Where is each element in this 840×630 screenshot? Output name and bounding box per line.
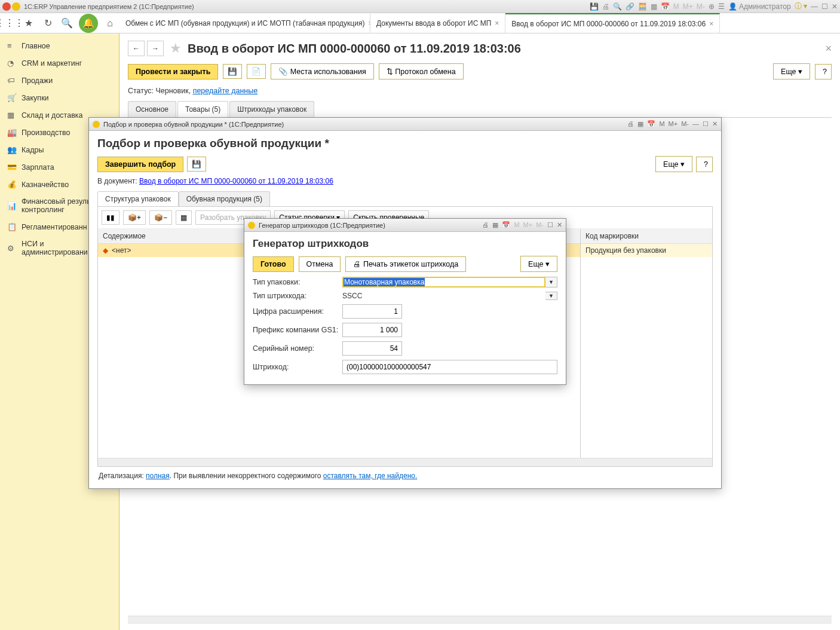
tab-close-icon[interactable]: × — [495, 19, 499, 27]
close-icon[interactable]: ✕ — [712, 120, 718, 128]
tab-current[interactable]: Ввод в оборот ИС МП 0000-000060 от 11.09… — [505, 13, 720, 33]
star-icon[interactable]: ★ — [19, 14, 38, 33]
tab-exchange[interactable]: Обмен с ИС МП (обувная продукция) и ИС М… — [119, 13, 370, 33]
pack-type-select[interactable]: Монотоварная упаковка — [342, 277, 545, 288]
grid-cell: Продукция без упаковки — [585, 246, 666, 255]
save-icon[interactable]: 💾 — [590, 2, 599, 11]
barcode-input[interactable] — [342, 360, 557, 374]
gear-icon: ⚙ — [7, 244, 17, 253]
print-icon[interactable]: 🖨 — [627, 120, 634, 128]
calendar-icon[interactable]: 📅 — [647, 120, 655, 128]
app-logo — [2, 2, 20, 11]
post-close-button[interactable]: Провести и закрыть — [128, 64, 218, 79]
usage-button[interactable]: 📎 Места использования — [271, 63, 373, 79]
ext-digit-input[interactable] — [342, 304, 402, 319]
m-minus-icon[interactable]: M- — [536, 221, 544, 229]
exchange-log-button[interactable]: ⇅ Протокол обмена — [379, 63, 464, 79]
status-link[interactable]: передайте данные — [193, 87, 258, 95]
picking-more-button[interactable]: Еще ▾ — [655, 156, 692, 172]
m-plus-icon[interactable]: M+ — [669, 120, 678, 128]
minimize-icon[interactable]: — — [811, 2, 818, 11]
generator-more-button[interactable]: Еще ▾ — [520, 256, 557, 272]
barcode-generator-window: Генератор штрихкодов (1С:Предприятие) 🖨 … — [244, 218, 566, 385]
cancel-button[interactable]: Отмена — [299, 256, 341, 272]
sidebar-item-main[interactable]: ≡Главное — [0, 37, 119, 54]
close-icon[interactable]: ✕ — [832, 2, 838, 11]
serial-input[interactable] — [342, 341, 402, 356]
content-scrollbar[interactable] — [128, 616, 832, 624]
info-icon[interactable]: ⓘ ▾ — [795, 1, 807, 11]
m-icon[interactable]: M — [673, 2, 679, 11]
maximize-icon[interactable]: ☐ — [547, 221, 553, 229]
gs1-prefix-input[interactable] — [342, 323, 402, 337]
m-icon[interactable]: M — [659, 120, 664, 128]
sidebar-item-sales[interactable]: 🏷Продажи — [0, 72, 119, 89]
tab-close-icon[interactable]: × — [709, 20, 713, 28]
dropdown-icon[interactable]: ▼ — [545, 292, 557, 300]
favorite-star-icon[interactable]: ★ — [170, 41, 182, 56]
picking-tab-structure[interactable]: Структура упаковок — [97, 191, 179, 206]
m-minus-icon[interactable]: M- — [681, 120, 689, 128]
table-icon[interactable]: ▦ — [637, 120, 643, 128]
remove-box-button[interactable]: 📦− — [149, 210, 172, 225]
history-icon[interactable]: ↻ — [38, 14, 57, 33]
picking-scrollbar[interactable] — [98, 458, 712, 466]
dropdown-icon[interactable]: ▼ — [545, 277, 557, 288]
table-icon[interactable]: ▦ — [492, 221, 498, 229]
m-minus-icon[interactable]: M- — [697, 2, 705, 11]
save-picking-button[interactable]: 💾 — [187, 157, 206, 172]
zoom-icon[interactable]: ⊕ — [709, 2, 715, 11]
m-plus-icon[interactable]: M+ — [523, 221, 533, 229]
detail-keep-link[interactable]: оставлять там, где найдено. — [323, 472, 418, 480]
grid-row-unpacked[interactable]: Продукция без упаковки — [581, 244, 712, 257]
save-button[interactable]: 💾 — [223, 64, 242, 79]
minimize-icon[interactable]: — — [692, 120, 699, 128]
doc-tab-goods[interactable]: Товары (5) — [177, 101, 228, 117]
sidebar-item-purchase[interactable]: 🛒Закупки — [0, 89, 119, 106]
money-icon: 💰 — [7, 180, 17, 189]
calendar-icon[interactable]: 📅 — [661, 2, 670, 11]
tab-docs[interactable]: Документы ввода в оборот ИС МП× — [370, 13, 505, 33]
post-button[interactable]: 📄 — [247, 64, 266, 79]
calendar-icon[interactable]: 📅 — [502, 221, 510, 229]
bc-type-select[interactable]: SSCC — [342, 292, 545, 300]
search-toolbar-icon[interactable]: 🔍 — [57, 14, 76, 33]
doc-tab-main[interactable]: Основное — [128, 101, 176, 117]
notifications-icon[interactable]: 🔔 — [79, 14, 98, 33]
sidebar-item-crm[interactable]: ◔CRM и маркетинг — [0, 54, 119, 72]
grid-button[interactable]: ▦ — [176, 210, 192, 225]
picking-titlebar[interactable]: Подбор и проверка обувной продукции * (1… — [89, 118, 721, 131]
user-label[interactable]: 👤 Администратор — [728, 2, 791, 11]
link-icon[interactable]: 🔗 — [626, 2, 634, 11]
barcode-scan-button[interactable]: ▮▮ — [102, 210, 119, 225]
m-plus-icon[interactable]: M+ — [683, 2, 693, 11]
print-labels-button[interactable]: 🖨 Печать этикеток штрихкода — [345, 256, 466, 272]
close-icon[interactable]: ✕ — [557, 221, 562, 229]
done-button[interactable]: Готово — [253, 256, 294, 272]
detail-full-link[interactable]: полная — [146, 472, 170, 480]
people-icon: 👥 — [7, 145, 17, 154]
picking-help-button[interactable]: ? — [696, 157, 713, 172]
m-icon[interactable]: M — [514, 221, 519, 229]
list-icon[interactable]: ☰ — [718, 2, 725, 11]
help-button[interactable]: ? — [815, 64, 832, 79]
table-icon[interactable]: ▦ — [651, 2, 657, 11]
search-icon[interactable]: 🔍 — [613, 2, 622, 11]
home-icon[interactable]: ⌂ — [100, 14, 119, 33]
print-icon[interactable]: 🖨 — [602, 2, 609, 11]
maximize-icon[interactable]: ☐ — [821, 2, 828, 11]
print-icon[interactable]: 🖨 — [482, 221, 489, 229]
nav-forward-button[interactable]: → — [147, 41, 164, 56]
generator-titlebar[interactable]: Генератор штрихкодов (1С:Предприятие) 🖨 … — [244, 219, 566, 232]
maximize-icon[interactable]: ☐ — [703, 120, 709, 128]
nav-back-button[interactable]: ← — [128, 41, 145, 56]
apps-icon[interactable]: ⋮⋮⋮ — [0, 14, 19, 33]
more-button[interactable]: Еще ▾ — [773, 63, 810, 79]
doc-tab-barcodes[interactable]: Штрихкоды упаковок — [229, 101, 314, 117]
page-close-icon[interactable]: × — [825, 42, 832, 55]
add-box-button[interactable]: 📦+ — [123, 210, 146, 225]
calc-icon[interactable]: 🧮 — [638, 2, 647, 11]
picking-tab-shoes[interactable]: Обувная продукция (5) — [179, 191, 270, 206]
finish-picking-button[interactable]: Завершить подбор — [97, 157, 183, 172]
to-doc-link[interactable]: Ввод в оборот ИС МП 0000-000060 от 11.09… — [139, 177, 333, 185]
